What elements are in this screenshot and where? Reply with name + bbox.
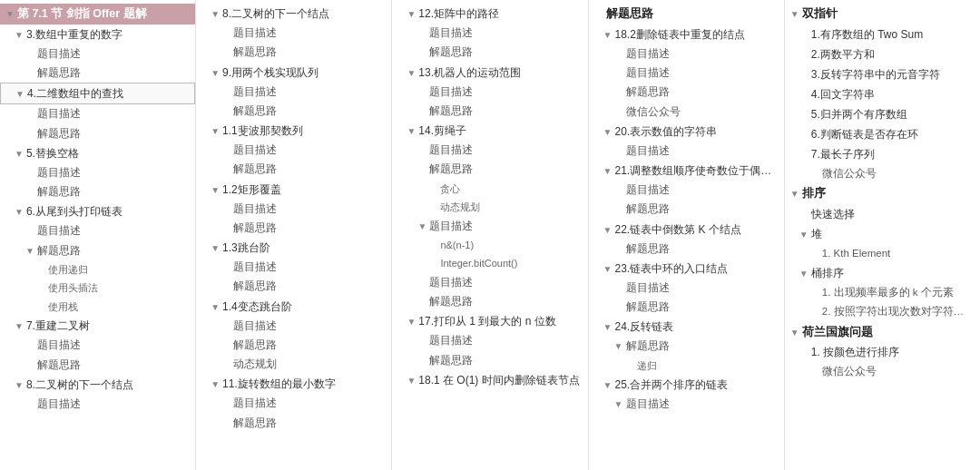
tree-item-0-1[interactable]: 3.数组中重复的数字 xyxy=(0,24,195,44)
tree-item-1-18[interactable]: 动态规划 xyxy=(196,355,391,374)
tree-item-2-18[interactable]: 解题思路 xyxy=(392,351,587,370)
tree-item-1-1[interactable]: 题目描述 xyxy=(196,24,391,43)
tree-item-1-7[interactable]: 题目描述 xyxy=(196,141,391,160)
tree-item-2-13[interactable]: Integer.bitCount() xyxy=(392,254,587,273)
tree-item-4-16[interactable]: 荷兰国旗问题 xyxy=(785,322,980,343)
tree-item-0-5[interactable]: 题目描述 xyxy=(0,104,195,123)
tree-item-0-15[interactable]: 使用栈 xyxy=(0,298,195,317)
tree-item-2-5[interactable]: 解题思路 xyxy=(392,102,587,121)
tree-item-2-17[interactable]: 题目描述 xyxy=(392,331,587,350)
tree-item-4-8[interactable]: 微信公众号 xyxy=(785,164,980,183)
tree-item-4-0[interactable]: 双指针 xyxy=(785,4,980,24)
tree-item-2-2[interactable]: 解题思路 xyxy=(392,43,587,62)
tree-item-1-21[interactable]: 解题思路 xyxy=(196,414,391,433)
tree-item-3-20[interactable]: 题目描述 xyxy=(589,395,784,414)
tree-item-4-1[interactable]: 1.有序数组的 Two Sum xyxy=(785,24,980,44)
tree-item-3-13[interactable]: 23.链表中环的入口结点 xyxy=(589,259,784,279)
tree-item-3-10[interactable]: 解题思路 xyxy=(589,200,784,219)
tree-item-2-1[interactable]: 题目描述 xyxy=(392,24,587,43)
tree-item-2-16[interactable]: 17.打印从 1 到最大的 n 位数 xyxy=(392,311,587,331)
tree-item-0-6[interactable]: 解题思路 xyxy=(0,124,195,143)
tree-item-0-11[interactable]: 题目描述 xyxy=(0,221,195,240)
tree-item-3-0[interactable]: 解题思路 xyxy=(589,4,784,24)
tree-item-3-2[interactable]: 题目描述 xyxy=(589,44,784,64)
tree-item-4-9[interactable]: 排序 xyxy=(785,183,980,204)
tree-item-0-12[interactable]: 解题思路 xyxy=(0,241,195,260)
tree-item-3-6[interactable]: 20.表示数值的字符串 xyxy=(589,122,784,142)
tree-item-2-3[interactable]: 13.机器人的运动范围 xyxy=(392,63,587,83)
tree-item-2-14[interactable]: 题目描述 xyxy=(392,273,587,292)
tree-item-0-9[interactable]: 解题思路 xyxy=(0,182,195,201)
tree-item-3-14[interactable]: 题目描述 xyxy=(589,279,784,298)
tree-item-4-7[interactable]: 7.最长子序列 xyxy=(785,144,980,164)
tree-item-0-20[interactable]: 题目描述 xyxy=(0,395,195,414)
tree-item-1-17[interactable]: 解题思路 xyxy=(196,336,391,355)
tree-item-4-17[interactable]: 1. 按颜色进行排序 xyxy=(785,342,980,362)
tree-item-0-7[interactable]: 5.替换空格 xyxy=(0,143,195,163)
tree-item-2-15[interactable]: 解题思路 xyxy=(392,292,587,311)
tree-item-2-7[interactable]: 题目描述 xyxy=(392,141,587,160)
tree-item-4-5[interactable]: 5.归并两个有序数组 xyxy=(785,104,980,124)
tree-item-4-14[interactable]: 1. 出现频率最多的 k 个元素 xyxy=(785,283,980,302)
tree-item-1-13[interactable]: 题目描述 xyxy=(196,258,391,277)
tree-item-2-19[interactable]: 18.1 在 O(1) 时间内删除链表节点 xyxy=(392,370,587,390)
tree-item-1-10[interactable]: 题目描述 xyxy=(196,200,391,219)
tree-item-2-8[interactable]: 解题思路 xyxy=(392,160,587,179)
tree-item-1-0[interactable]: 8.二叉树的下一个结点 xyxy=(196,4,391,24)
tree-item-2-12[interactable]: n&(n-1) xyxy=(392,236,587,255)
tree-item-2-9[interactable]: 贪心 xyxy=(392,180,587,199)
tree-item-0-17[interactable]: 题目描述 xyxy=(0,336,195,355)
tree-item-3-12[interactable]: 解题思路 xyxy=(589,240,784,259)
tree-item-0-14[interactable]: 使用头插法 xyxy=(0,279,195,298)
tree-item-0-2[interactable]: 题目描述 xyxy=(0,44,195,64)
tree-item-3-8[interactable]: 21.调整数组顺序使奇数位于偶数前面 xyxy=(589,161,784,181)
tree-item-3-4[interactable]: 解题思路 xyxy=(589,83,784,102)
tree-item-1-11[interactable]: 解题思路 xyxy=(196,219,391,238)
tree-item-0-16[interactable]: 7.重建二叉树 xyxy=(0,316,195,336)
tree-item-3-5[interactable]: 微信公众号 xyxy=(589,103,784,122)
tree-item-3-17[interactable]: 解题思路 xyxy=(589,337,784,356)
tree-item-1-4[interactable]: 题目描述 xyxy=(196,83,391,102)
tree-item-4-15[interactable]: 2. 按照字符出现次数对字符串排序 xyxy=(785,302,980,321)
tree-item-0-18[interactable]: 解题思路 xyxy=(0,356,195,375)
tree-item-1-16[interactable]: 题目描述 xyxy=(196,317,391,336)
tree-item-4-10[interactable]: 快速选择 xyxy=(785,204,980,224)
tree-item-4-6[interactable]: 6.判断链表是否存在环 xyxy=(785,124,980,144)
tree-item-3-19[interactable]: 25.合并两个排序的链表 xyxy=(589,375,784,395)
tree-item-3-1[interactable]: 18.2删除链表中重复的结点 xyxy=(589,24,784,44)
tree-item-1-6[interactable]: 1.1斐波那契数列 xyxy=(196,121,391,141)
tree-item-4-2[interactable]: 2.两数平方和 xyxy=(785,44,980,64)
tree-item-0-19[interactable]: 8.二叉树的下一个结点 xyxy=(0,375,195,395)
tree-item-3-15[interactable]: 解题思路 xyxy=(589,298,784,317)
tree-item-4-4[interactable]: 4.回文字符串 xyxy=(785,84,980,104)
tree-item-2-11[interactable]: 题目描述 xyxy=(392,217,587,236)
tree-item-3-9[interactable]: 题目描述 xyxy=(589,181,784,200)
tree-item-0-8[interactable]: 题目描述 xyxy=(0,163,195,182)
tree-item-1-8[interactable]: 解题思路 xyxy=(196,160,391,179)
tree-item-2-6[interactable]: 14.剪绳子 xyxy=(392,121,587,141)
tree-item-3-18[interactable]: 递归 xyxy=(589,357,784,376)
tree-item-1-20[interactable]: 题目描述 xyxy=(196,394,391,413)
tree-item-2-0[interactable]: 12.矩阵中的路径 xyxy=(392,4,587,24)
tree-item-1-19[interactable]: 11.旋转数组的最小数字 xyxy=(196,374,391,394)
tree-item-4-18[interactable]: 微信公众号 xyxy=(785,362,980,381)
tree-item-3-11[interactable]: 22.链表中倒数第 K 个结点 xyxy=(589,220,784,240)
tree-item-1-3[interactable]: 9.用两个栈实现队列 xyxy=(196,63,391,83)
tree-item-4-11[interactable]: 堆 xyxy=(785,224,980,244)
tree-item-4-12[interactable]: 1. Kth Element xyxy=(785,244,980,263)
tree-item-2-10[interactable]: 动态规划 xyxy=(392,198,587,217)
tree-item-0-3[interactable]: 解题思路 xyxy=(0,64,195,83)
tree-item-3-7[interactable]: 题目描述 xyxy=(589,142,784,161)
tree-item-3-3[interactable]: 题目描述 xyxy=(589,64,784,83)
tree-item-3-16[interactable]: 24.反转链表 xyxy=(589,317,784,337)
tree-item-0-13[interactable]: 使用递归 xyxy=(0,260,195,279)
tree-item-1-15[interactable]: 1.4变态跳台阶 xyxy=(196,297,391,317)
tree-item-1-5[interactable]: 解题思路 xyxy=(196,102,391,121)
tree-item-1-9[interactable]: 1.2矩形覆盖 xyxy=(196,180,391,200)
tree-item-4-13[interactable]: 桶排序 xyxy=(785,263,980,283)
tree-item-0-4[interactable]: 4.二维数组中的查找 xyxy=(0,83,195,104)
tree-item-4-3[interactable]: 3.反转字符串中的元音字符 xyxy=(785,64,980,84)
tree-item-1-12[interactable]: 1.3跳台阶 xyxy=(196,238,391,258)
tree-item-0-0[interactable]: 第 7.1 节 剑指 Offer 题解 xyxy=(0,4,195,24)
tree-item-1-2[interactable]: 解题思路 xyxy=(196,43,391,62)
